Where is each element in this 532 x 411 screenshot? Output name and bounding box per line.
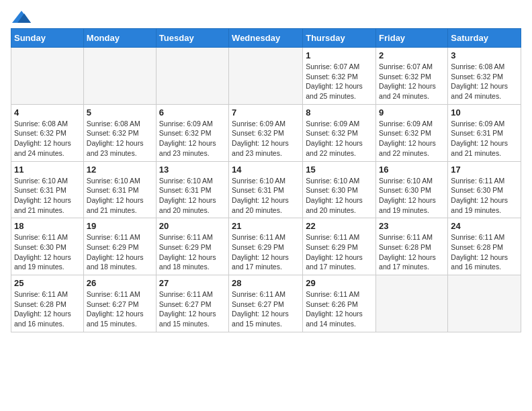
day-info: Sunrise: 6:11 AM Sunset: 6:27 PM Dayligh… xyxy=(232,289,300,329)
day-number: 7 xyxy=(232,107,300,118)
day-number: 25 xyxy=(14,278,81,288)
day-info: Sunrise: 6:10 AM Sunset: 6:31 PM Dayligh… xyxy=(14,176,81,216)
day-info: Sunrise: 6:10 AM Sunset: 6:30 PM Dayligh… xyxy=(306,176,373,216)
calendar-cell: 8Sunrise: 6:09 AM Sunset: 6:32 PM Daylig… xyxy=(303,104,376,161)
calendar-cell: 15Sunrise: 6:10 AM Sunset: 6:30 PM Dayli… xyxy=(303,161,376,218)
calendar-cell: 1Sunrise: 6:07 AM Sunset: 6:32 PM Daylig… xyxy=(303,48,376,105)
calendar-cell: 3Sunrise: 6:08 AM Sunset: 6:32 PM Daylig… xyxy=(448,48,521,105)
day-info: Sunrise: 6:08 AM Sunset: 6:32 PM Dayligh… xyxy=(87,119,153,158)
calendar-cell: 20Sunrise: 6:11 AM Sunset: 6:29 PM Dayli… xyxy=(156,218,228,275)
calendar-cell: 10Sunrise: 6:09 AM Sunset: 6:31 PM Dayli… xyxy=(448,104,521,161)
calendar-week-row: 18Sunrise: 6:11 AM Sunset: 6:30 PM Dayli… xyxy=(11,218,521,275)
calendar-header-cell: Tuesday xyxy=(156,29,228,48)
day-info: Sunrise: 6:11 AM Sunset: 6:27 PM Dayligh… xyxy=(87,289,153,329)
day-info: Sunrise: 6:11 AM Sunset: 6:29 PM Dayligh… xyxy=(159,232,226,272)
calendar-header-cell: Thursday xyxy=(303,29,376,48)
day-info: Sunrise: 6:10 AM Sunset: 6:31 PM Dayligh… xyxy=(87,176,153,216)
calendar-cell: 17Sunrise: 6:11 AM Sunset: 6:30 PM Dayli… xyxy=(448,161,521,218)
calendar-cell: 13Sunrise: 6:10 AM Sunset: 6:31 PM Dayli… xyxy=(156,161,228,218)
day-number: 2 xyxy=(379,50,445,60)
day-info: Sunrise: 6:11 AM Sunset: 6:29 PM Dayligh… xyxy=(87,232,153,272)
day-info: Sunrise: 6:11 AM Sunset: 6:28 PM Dayligh… xyxy=(379,232,445,272)
day-number: 15 xyxy=(306,165,373,175)
day-info: Sunrise: 6:08 AM Sunset: 6:32 PM Dayligh… xyxy=(14,119,81,158)
calendar-cell: 11Sunrise: 6:10 AM Sunset: 6:31 PM Dayli… xyxy=(11,161,84,218)
day-number: 9 xyxy=(379,107,445,118)
calendar-header-row: SundayMondayTuesdayWednesdayThursdayFrid… xyxy=(11,29,521,48)
day-number: 27 xyxy=(159,278,226,288)
day-number: 19 xyxy=(87,221,153,231)
calendar-header-cell: Saturday xyxy=(448,29,521,48)
day-info: Sunrise: 6:09 AM Sunset: 6:32 PM Dayligh… xyxy=(306,119,373,158)
calendar-cell xyxy=(448,275,521,332)
day-info: Sunrise: 6:07 AM Sunset: 6:32 PM Dayligh… xyxy=(306,62,373,101)
day-number: 12 xyxy=(87,165,153,175)
day-number: 14 xyxy=(232,165,300,175)
calendar-cell xyxy=(376,275,448,332)
day-number: 29 xyxy=(306,278,373,288)
day-number: 20 xyxy=(159,221,226,231)
day-info: Sunrise: 6:11 AM Sunset: 6:30 PM Dayligh… xyxy=(451,176,518,216)
header xyxy=(11,11,521,23)
day-info: Sunrise: 6:09 AM Sunset: 6:32 PM Dayligh… xyxy=(379,119,445,158)
calendar-cell: 7Sunrise: 6:09 AM Sunset: 6:32 PM Daylig… xyxy=(229,104,303,161)
day-number: 24 xyxy=(451,221,518,231)
day-info: Sunrise: 6:11 AM Sunset: 6:27 PM Dayligh… xyxy=(159,289,226,329)
day-number: 8 xyxy=(306,107,373,118)
calendar-week-row: 25Sunrise: 6:11 AM Sunset: 6:28 PM Dayli… xyxy=(11,275,521,332)
calendar-cell: 29Sunrise: 6:11 AM Sunset: 6:26 PM Dayli… xyxy=(303,275,376,332)
calendar-cell xyxy=(229,48,303,105)
day-info: Sunrise: 6:11 AM Sunset: 6:29 PM Dayligh… xyxy=(232,232,300,272)
day-number: 13 xyxy=(159,165,226,175)
day-info: Sunrise: 6:07 AM Sunset: 6:32 PM Dayligh… xyxy=(379,62,445,101)
calendar-cell: 21Sunrise: 6:11 AM Sunset: 6:29 PM Dayli… xyxy=(229,218,303,275)
calendar-cell: 22Sunrise: 6:11 AM Sunset: 6:29 PM Dayli… xyxy=(303,218,376,275)
day-number: 4 xyxy=(14,107,81,118)
calendar-header-cell: Wednesday xyxy=(229,29,303,48)
calendar-cell: 2Sunrise: 6:07 AM Sunset: 6:32 PM Daylig… xyxy=(376,48,448,105)
day-info: Sunrise: 6:11 AM Sunset: 6:26 PM Dayligh… xyxy=(306,289,373,329)
calendar-cell: 19Sunrise: 6:11 AM Sunset: 6:29 PM Dayli… xyxy=(83,218,156,275)
calendar-cell: 25Sunrise: 6:11 AM Sunset: 6:28 PM Dayli… xyxy=(11,275,84,332)
day-number: 1 xyxy=(306,50,373,60)
day-number: 22 xyxy=(306,221,373,231)
calendar-cell xyxy=(156,48,228,105)
day-number: 17 xyxy=(451,165,518,175)
calendar-body: 1Sunrise: 6:07 AM Sunset: 6:32 PM Daylig… xyxy=(11,48,521,332)
calendar-cell: 9Sunrise: 6:09 AM Sunset: 6:32 PM Daylig… xyxy=(376,104,448,161)
calendar-cell: 23Sunrise: 6:11 AM Sunset: 6:28 PM Dayli… xyxy=(376,218,448,275)
day-info: Sunrise: 6:10 AM Sunset: 6:31 PM Dayligh… xyxy=(159,176,226,216)
day-info: Sunrise: 6:11 AM Sunset: 6:29 PM Dayligh… xyxy=(306,232,373,272)
calendar-header-cell: Monday xyxy=(83,29,156,48)
logo-icon xyxy=(12,11,31,23)
day-number: 18 xyxy=(14,221,81,231)
calendar-cell: 26Sunrise: 6:11 AM Sunset: 6:27 PM Dayli… xyxy=(83,275,156,332)
calendar-cell: 14Sunrise: 6:10 AM Sunset: 6:31 PM Dayli… xyxy=(229,161,303,218)
day-number: 28 xyxy=(232,278,300,288)
calendar-cell: 28Sunrise: 6:11 AM Sunset: 6:27 PM Dayli… xyxy=(229,275,303,332)
calendar-table: SundayMondayTuesdayWednesdayThursdayFrid… xyxy=(11,28,521,332)
calendar-header-cell: Sunday xyxy=(11,29,84,48)
calendar-cell: 6Sunrise: 6:09 AM Sunset: 6:32 PM Daylig… xyxy=(156,104,228,161)
day-number: 21 xyxy=(232,221,300,231)
logo xyxy=(11,11,31,23)
calendar-cell: 12Sunrise: 6:10 AM Sunset: 6:31 PM Dayli… xyxy=(83,161,156,218)
day-number: 3 xyxy=(451,50,518,60)
day-number: 5 xyxy=(87,107,153,118)
day-info: Sunrise: 6:09 AM Sunset: 6:31 PM Dayligh… xyxy=(451,119,518,158)
calendar-cell xyxy=(11,48,84,105)
calendar-cell: 24Sunrise: 6:11 AM Sunset: 6:28 PM Dayli… xyxy=(448,218,521,275)
calendar-cell: 18Sunrise: 6:11 AM Sunset: 6:30 PM Dayli… xyxy=(11,218,84,275)
calendar-cell xyxy=(83,48,156,105)
day-number: 23 xyxy=(379,221,445,231)
calendar-cell: 5Sunrise: 6:08 AM Sunset: 6:32 PM Daylig… xyxy=(83,104,156,161)
day-info: Sunrise: 6:08 AM Sunset: 6:32 PM Dayligh… xyxy=(451,62,518,101)
calendar-week-row: 4Sunrise: 6:08 AM Sunset: 6:32 PM Daylig… xyxy=(11,104,521,161)
calendar-week-row: 11Sunrise: 6:10 AM Sunset: 6:31 PM Dayli… xyxy=(11,161,521,218)
day-number: 16 xyxy=(379,165,445,175)
calendar-cell: 16Sunrise: 6:10 AM Sunset: 6:30 PM Dayli… xyxy=(376,161,448,218)
calendar-cell: 4Sunrise: 6:08 AM Sunset: 6:32 PM Daylig… xyxy=(11,104,84,161)
day-info: Sunrise: 6:11 AM Sunset: 6:28 PM Dayligh… xyxy=(451,232,518,272)
day-info: Sunrise: 6:09 AM Sunset: 6:32 PM Dayligh… xyxy=(159,119,226,158)
day-info: Sunrise: 6:11 AM Sunset: 6:28 PM Dayligh… xyxy=(14,289,81,329)
